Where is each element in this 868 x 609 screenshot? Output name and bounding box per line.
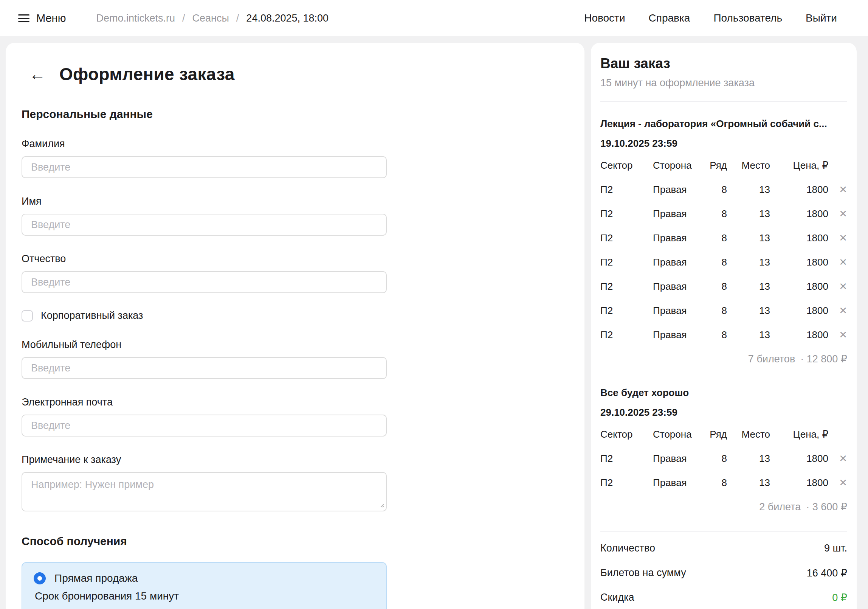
column-header: Ряд [708,160,727,171]
ticket-seat: 13 [727,281,770,292]
ticket-row: П2Правая8131800✕ [600,323,847,347]
ticket-side: Правая [653,329,708,341]
ticket-row-number: 8 [708,208,727,220]
cart-card: Ваш заказ 15 минут на оформление заказа … [591,43,857,609]
column-header: Цена, ₽ [770,160,828,171]
column-header: Сторона [653,160,708,171]
ticket-row: П2Правая8131800✕ [600,177,847,202]
field-group: Электронная почта [22,396,569,437]
first-name-field[interactable] [22,214,387,236]
delivery-option-direct-sale[interactable]: Прямая продажаСрок бронирования 15 минут [22,562,387,609]
divider [600,101,847,102]
hamburger-icon [18,14,29,22]
ticket-side: Правая [653,184,708,196]
ticket-seat: 13 [727,232,770,244]
seat-table: СекторСторонаРядМестоЦена, ₽П2Правая8131… [600,422,847,495]
radio-selected-icon[interactable] [34,572,46,584]
field-label: Мобильный телефон [22,339,569,351]
middle-name-field[interactable] [22,271,387,293]
ticket-seat: 13 [727,208,770,220]
ticket-row-number: 8 [708,477,727,489]
textarea-wrap [22,472,387,511]
ticket-price: 1800 [770,281,828,292]
ticket-sector: П2 [600,256,653,268]
ticket-sector: П2 [600,232,653,244]
phone-field[interactable] [22,357,387,379]
remove-ticket-button[interactable]: ✕ [828,208,847,220]
ticket-sector: П2 [600,305,653,317]
order-note-field[interactable] [22,472,387,511]
field-label: Электронная почта [22,396,569,408]
seat-table: СекторСторонаРядМестоЦена, ₽П2Правая8131… [600,153,847,347]
ticket-sector: П2 [600,208,653,220]
column-header: Ряд [708,429,727,440]
ticket-row-number: 8 [708,453,727,465]
cart-event: Все будет хорошо29.10.2025 23:59СекторСт… [600,387,847,519]
ticket-side: Правая [653,256,708,268]
seat-table-header: СекторСторонаРядМестоЦена, ₽ [600,153,847,177]
breadcrumb: Demo.intickets.ru/Сеансы/24.08.2025, 18:… [96,12,329,24]
ticket-side: Правая [653,281,708,292]
column-header: Цена, ₽ [770,429,828,440]
last-name-field[interactable] [22,156,387,178]
field-group: Имя [22,196,569,236]
radio-option-main: Прямая продажа [34,572,375,584]
email-field[interactable] [22,415,387,437]
nav-item-пользователь[interactable]: Пользователь [713,12,782,24]
page-title: Оформление заказа [59,64,235,84]
field-label: Фамилия [22,138,569,150]
remove-ticket-button[interactable]: ✕ [828,232,847,244]
event-datetime: 19.10.2025 23:59 [600,138,847,149]
checkbox-icon[interactable] [22,310,33,322]
radio-option-description: Срок бронирования 15 минут [35,590,375,602]
field-group: Отчество [22,253,569,293]
breadcrumb-item[interactable]: Demo.intickets.ru [96,12,175,24]
summary-value: 16 400 ₽ [807,567,847,579]
column-header: Сектор [600,160,653,171]
field-group: Примечание к заказу [22,454,569,511]
topbar: Меню Demo.intickets.ru/Сеансы/24.08.2025… [0,0,868,36]
nav-item-справка[interactable]: Справка [649,12,690,24]
ticket-seat: 13 [727,329,770,341]
event-name: Все будет хорошо [600,387,847,399]
ticket-side: Правая [653,208,708,220]
remove-ticket-button[interactable]: ✕ [828,184,847,196]
delivery-options: Прямая продажаСрок бронирования 15 минут… [22,562,569,609]
ticket-sector: П2 [600,329,653,341]
delivery-method-section-title: Способ получения [22,535,569,548]
ticket-seat: 13 [727,305,770,317]
subtotal-amount: · 3 600 ₽ [806,501,847,513]
nav-item-выйти[interactable]: Выйти [806,12,837,24]
remove-ticket-button[interactable]: ✕ [828,453,847,465]
personal-data-fields: ФамилияИмяОтчествоКорпоративный заказМоб… [22,138,569,511]
ticket-side: Правая [653,477,708,489]
ticket-price: 1800 [770,208,828,220]
field-label: Примечание к заказу [22,454,569,466]
ticket-row-number: 8 [708,184,727,196]
back-button[interactable]: ← [29,66,46,82]
summary-label: Количество [600,542,655,554]
nav-item-новости[interactable]: Новости [584,12,625,24]
ticket-side: Правая [653,453,708,465]
corporate-order-checkbox[interactable]: Корпоративный заказ [22,310,569,322]
field-group: Фамилия [22,138,569,178]
ticket-row: П2Правая8131800✕ [600,226,847,250]
remove-ticket-button[interactable]: ✕ [828,256,847,268]
ticket-row-number: 8 [708,305,727,317]
breadcrumb-item[interactable]: Сеансы [192,12,229,24]
textarea-resize-handle[interactable] [378,502,384,508]
ticket-row-number: 8 [708,329,727,341]
ticket-row: П2Правая8131800✕ [600,250,847,274]
menu-button[interactable]: Меню [18,12,66,25]
ticket-seat: 13 [727,184,770,196]
menu-label: Меню [36,12,66,25]
ticket-price: 1800 [770,453,828,465]
ticket-side: Правая [653,232,708,244]
remove-ticket-button[interactable]: ✕ [828,477,847,489]
remove-ticket-button[interactable]: ✕ [828,329,847,341]
ticket-sector: П2 [600,184,653,196]
remove-ticket-button[interactable]: ✕ [828,305,847,317]
cart-title: Ваш заказ [600,56,847,71]
remove-ticket-button[interactable]: ✕ [828,281,847,292]
ticket-sector: П2 [600,477,653,489]
